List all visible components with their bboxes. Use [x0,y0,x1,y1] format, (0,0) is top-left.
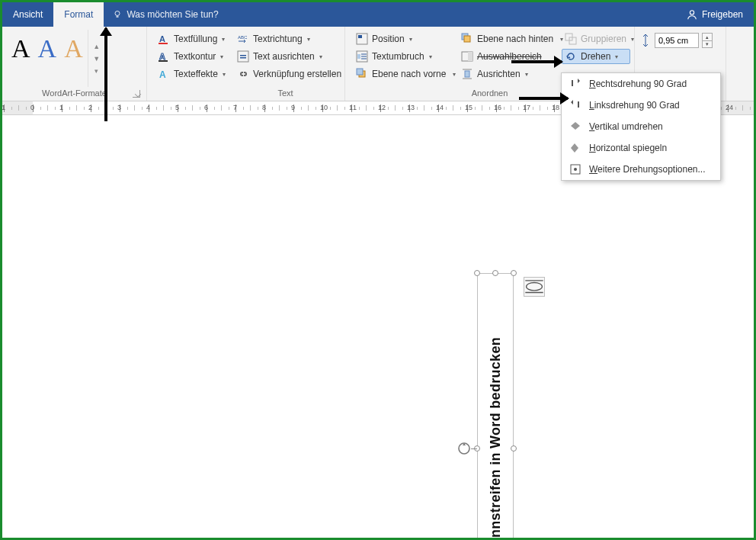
spin-up-icon: ▴ [702,33,713,40]
svg-rect-18 [464,36,470,42]
svg-rect-3 [159,43,168,44]
height-spinner[interactable]: ▴▾ [702,33,713,48]
text-outline-button[interactable]: A Textkontur▾ [155,49,229,64]
flip-vertical-icon [569,121,581,133]
gallery-nav: ▲ ▼ ▾ [88,30,102,87]
height-icon [639,34,652,47]
wordart-style-2[interactable]: A [38,36,57,62]
selection-pane-button[interactable]: Auswahlbereich [458,49,556,64]
group-icon [565,33,577,45]
rotate-button[interactable]: Drehen▾ [562,49,630,64]
svg-text:A: A [159,34,165,43]
titlebar: Ansicht Format Was möchten Sie tun? Frei… [2,2,754,27]
text-fill-button[interactable]: A Textfüllung▾ [155,31,229,47]
rotate-left-90[interactable]: Linksdrehung 90 Grad [562,95,720,116]
rotation-handle[interactable] [457,442,471,455]
rotate-menu: Rechtsdrehung 90 Grad Linksdrehung 90 Gr… [561,72,721,181]
tell-me[interactable]: Was möchten Sie tun? [104,2,227,27]
spacer [228,2,676,27]
wrap-text-icon [356,50,368,63]
flip-vertical[interactable]: Vertikal umdrehen [562,116,720,137]
selection-pane-icon [461,50,473,63]
tab-format[interactable]: Format [53,2,104,27]
svg-rect-21 [465,71,469,77]
group-wordart-stack: A Textfüllung▾ A Textkontur▾ A Texteffek… [147,27,226,101]
person-icon [687,9,697,20]
gallery-down-icon[interactable]: ▼ [91,53,102,64]
position-button[interactable]: Position▾ [353,31,452,47]
svg-rect-12 [358,35,362,38]
rotate-right-90[interactable]: Rechtsdrehung 90 Grad [562,73,720,95]
svg-point-25 [574,168,577,171]
group-wordart: A A A ▲ ▼ ▾ WordArt-Formate [2,27,147,101]
text-effects-icon: A [158,68,170,80]
gallery-up-icon[interactable]: ▲ [91,41,102,52]
wordart-gallery[interactable]: A A A [7,30,88,68]
svg-text:ABC: ABC [238,35,248,40]
svg-rect-9 [240,55,246,56]
text-direction-button[interactable]: ABC Textrichtung▾ [234,31,344,47]
wrap-text-button[interactable]: Textumbruch▾ [353,49,452,64]
svg-point-0 [115,11,120,16]
textbox-selection[interactable]: Trennstreifen in Word bedrucken [477,273,514,540]
tab-ansicht[interactable]: Ansicht [2,2,53,27]
svg-rect-16 [357,69,363,75]
create-link-button[interactable]: Verknüpfung erstellen [234,66,344,82]
handle-top[interactable] [492,270,498,276]
textbox-content[interactable]: Trennstreifen in Word bedrucken [480,276,511,540]
text-outline-icon: A [158,50,170,63]
handle-top-left[interactable] [474,270,480,276]
rotate-right-icon [569,78,581,90]
text-effects-button[interactable]: A Texteffekte▾ [155,66,229,82]
group-label-wordart: WordArt-Formate [7,87,142,99]
share-button[interactable]: Freigeben [676,2,754,27]
more-rotation-options[interactable]: Weitere Drehungsoptionen... [562,159,720,180]
rotate-left-icon [569,99,581,111]
align-icon [461,68,473,80]
layout-options-button[interactable] [524,277,545,297]
text-direction-icon: ABC [237,33,249,45]
more-options-icon [569,163,581,175]
svg-rect-20 [468,52,472,61]
position-icon [356,33,368,45]
align-text-icon [237,50,249,63]
wordart-style-3[interactable]: A [64,36,83,62]
gallery-more-icon[interactable]: ▾ [91,66,102,76]
group-label-text: Text [231,87,340,99]
tell-me-label: Was möchten Sie tun? [127,9,218,20]
send-backward-button[interactable]: Ebene nach hinten▾ [458,31,556,47]
svg-rect-8 [238,51,248,62]
bring-forward-button[interactable]: Ebene nach vorne▾ [353,66,452,82]
svg-rect-14 [357,54,360,59]
svg-text:A: A [159,52,165,61]
share-label: Freigeben [702,9,743,20]
svg-rect-10 [240,57,246,59]
group-text: ABC Textrichtung▾ Text ausrichten▾ Verkn… [226,27,345,101]
height-input[interactable]: 0,95 cm [655,33,699,48]
lightbulb-icon [113,10,122,19]
group-button: Gruppieren▾ [562,31,630,47]
flip-horizontal-icon [569,142,581,154]
rotate-icon [565,50,577,63]
handle-top-right[interactable] [511,270,517,276]
link-icon [237,68,249,80]
svg-point-1 [690,11,694,14]
bring-forward-icon [356,68,368,80]
wordart-style-1[interactable]: A [11,36,30,62]
align-button[interactable]: Ausrichten▾ [458,66,556,82]
flip-horizontal[interactable]: Horizontal spiegeln [562,137,720,159]
send-backward-icon [461,33,473,45]
align-text-button[interactable]: Text ausrichten▾ [234,49,344,64]
text-fill-icon: A [158,33,170,45]
layout-options-icon [524,278,544,295]
handle-right[interactable] [511,445,517,452]
spin-down-icon: ▾ [702,40,713,48]
svg-text:A: A [159,69,166,80]
dialog-launcher-icon[interactable] [133,90,140,98]
svg-rect-5 [159,60,168,62]
